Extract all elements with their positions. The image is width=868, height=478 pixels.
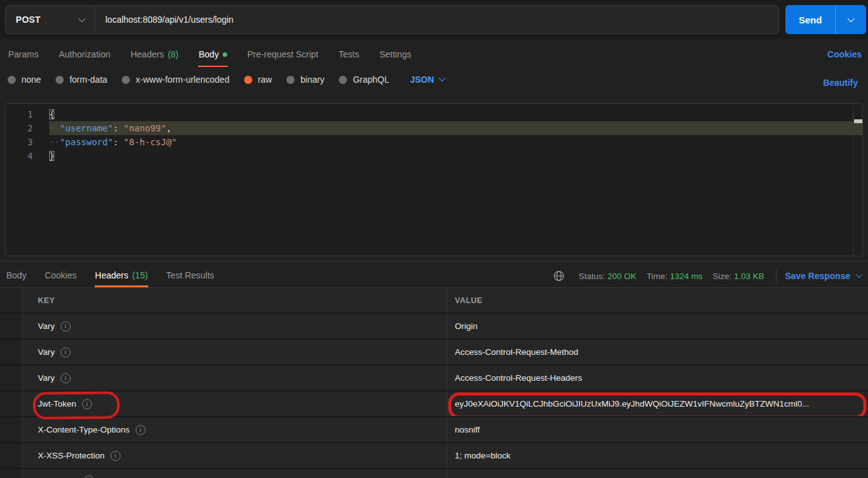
status-value: 200 OK xyxy=(607,272,636,281)
beautify-link[interactable]: Beautify xyxy=(823,78,858,88)
tab-label: Tests xyxy=(339,49,360,59)
unsaved-changes-dot-icon xyxy=(223,52,227,57)
header-value-text: Access-Control-Request-Method xyxy=(455,347,578,357)
header-key-text: Jwt-Token xyxy=(38,399,76,409)
method-label: POST xyxy=(16,15,40,25)
tab-count-badge: (8) xyxy=(168,49,179,59)
body-mode-none[interactable]: none xyxy=(8,75,41,85)
info-icon[interactable]: i xyxy=(61,373,71,383)
header-key-cell: Varyi xyxy=(23,340,447,364)
url-input[interactable]: localhost:8089/api/v1/users/login xyxy=(95,15,233,25)
body-mode-graphql[interactable]: GraphQL xyxy=(339,75,389,85)
tab-label: Settings xyxy=(379,49,411,59)
cookies-link[interactable]: Cookies xyxy=(828,49,862,59)
header-key-text: X-Content-Type-Options xyxy=(38,425,130,434)
language-label: JSON xyxy=(410,75,434,85)
info-icon[interactable]: i xyxy=(82,399,92,409)
language-selector[interactable]: JSON xyxy=(410,75,445,85)
body-editor[interactable]: 1{2··"username": "nano99",3··"password":… xyxy=(5,103,863,256)
tab-label: Headers xyxy=(131,49,164,59)
response-tabs: BodyCookiesHeaders(15)Test Results xyxy=(6,265,215,287)
body-mode-label: GraphQL xyxy=(353,75,389,85)
time-value: 1324 ms xyxy=(670,272,703,281)
header-value-text: Access-Control-Request-Headers xyxy=(455,373,582,383)
response-headers-table: KEY VALUE VaryiOriginVaryiAccess-Control… xyxy=(0,288,868,478)
info-icon[interactable]: i xyxy=(136,425,146,435)
save-response-button[interactable]: Save Response xyxy=(785,271,862,281)
line-number: 3 xyxy=(6,135,49,149)
table-header-row: KEY VALUE xyxy=(0,288,868,313)
tab-label: Test Results xyxy=(166,270,214,280)
radio-icon xyxy=(244,76,252,84)
tab-label: Headers xyxy=(95,270,129,280)
header-value-cell xyxy=(447,469,868,478)
tab-label: Cookies xyxy=(45,270,77,280)
body-mode-label: raw xyxy=(258,75,273,85)
tab-label: Authorization xyxy=(59,49,110,59)
editor-line-current[interactable]: 2··"username": "nano99", xyxy=(6,121,862,135)
method-selector[interactable]: POST xyxy=(6,6,95,33)
radio-icon xyxy=(339,76,347,84)
response-tab-test-results[interactable]: Test Results xyxy=(165,265,214,287)
radio-icon xyxy=(56,76,64,84)
body-mode-binary[interactable]: binary xyxy=(286,75,324,85)
chevron-down-icon xyxy=(78,15,85,22)
row-gutter xyxy=(0,366,23,390)
request-url-bar: POST localhost:8089/api/v1/users/login xyxy=(5,5,779,34)
header-value-cell: 1; mode=block xyxy=(447,443,868,468)
editor-scrollbar-thumb[interactable] xyxy=(854,119,862,123)
code-text: } xyxy=(49,149,54,163)
code-text: { xyxy=(49,107,54,121)
tab-settings[interactable]: Settings xyxy=(378,44,412,67)
table-row: VaryiOrigin xyxy=(0,314,868,338)
chevron-down-icon xyxy=(855,270,862,277)
row-gutter xyxy=(0,391,23,416)
row-gutter xyxy=(0,340,23,364)
table-row: Jwt-TokenieyJ0eXAiOiJKV1QiLCJhbGciOiJIUz… xyxy=(0,391,868,416)
editor-line[interactable]: 3··"password": "8-h-csJ@" xyxy=(6,135,862,149)
chevron-down-icon xyxy=(438,74,445,81)
header-value-cell: Access-Control-Request-Method xyxy=(447,340,868,364)
header-key-text: Vary xyxy=(38,321,55,331)
line-number: 2 xyxy=(6,121,49,135)
tab-pre-request-script[interactable]: Pre-request Script xyxy=(247,44,319,67)
tab-body[interactable]: Body xyxy=(198,44,228,67)
editor-line[interactable]: 1{ xyxy=(6,107,862,121)
body-mode-form-data[interactable]: form-data xyxy=(56,75,107,85)
info-icon[interactable]: i xyxy=(61,347,71,357)
table-row: VaryiAccess-Control-Request-Method xyxy=(0,340,868,364)
response-tab-cookies[interactable]: Cookies xyxy=(44,265,78,287)
tab-params[interactable]: Params xyxy=(8,44,39,67)
header-key-cell: Varyi xyxy=(23,366,447,390)
response-meta: Status: 200 OK Time: 1324 ms Size: 1.03 … xyxy=(553,266,862,286)
tab-headers[interactable]: Headers(8) xyxy=(130,44,179,67)
tab-label: Pre-request Script xyxy=(247,49,319,59)
radio-icon xyxy=(122,76,130,84)
body-mode-x-www-form-urlencoded[interactable]: x-www-form-urlencoded xyxy=(122,75,230,85)
request-tabs: ParamsAuthorizationHeaders(8)BodyPre-req… xyxy=(8,44,412,67)
size-pair: Size: 1.03 KB xyxy=(713,272,765,281)
tab-tests[interactable]: Tests xyxy=(338,44,360,67)
body-mode-raw[interactable]: raw xyxy=(244,75,273,85)
header-value-text: 1; mode=block xyxy=(455,451,510,460)
tab-label: Body xyxy=(6,270,26,280)
editor-scrollbar-track[interactable] xyxy=(853,104,853,256)
key-column-header: KEY xyxy=(23,288,447,313)
info-icon[interactable]: i xyxy=(61,321,71,332)
info-icon[interactable]: i xyxy=(110,451,120,461)
header-key-cell: X-Content-Type-Optionsi xyxy=(23,417,447,442)
header-key-cell: X-XSS-Protectioni xyxy=(23,443,447,468)
send-button[interactable]: Send xyxy=(785,5,866,34)
response-tab-headers[interactable]: Headers(15) xyxy=(95,265,149,287)
line-number: 4 xyxy=(6,149,49,163)
editor-line[interactable]: 4} xyxy=(6,149,862,163)
chevron-down-icon xyxy=(847,15,854,22)
body-mode-label: form-data xyxy=(69,75,107,85)
response-tab-body[interactable]: Body xyxy=(6,265,27,287)
tab-authorization[interactable]: Authorization xyxy=(58,44,111,67)
table-row: VaryiAccess-Control-Request-Headers xyxy=(0,366,868,390)
request-response-divider xyxy=(0,261,868,261)
table-row: i xyxy=(0,469,868,478)
send-options-button[interactable] xyxy=(836,17,866,22)
header-key-cell: Varyi xyxy=(23,314,447,338)
